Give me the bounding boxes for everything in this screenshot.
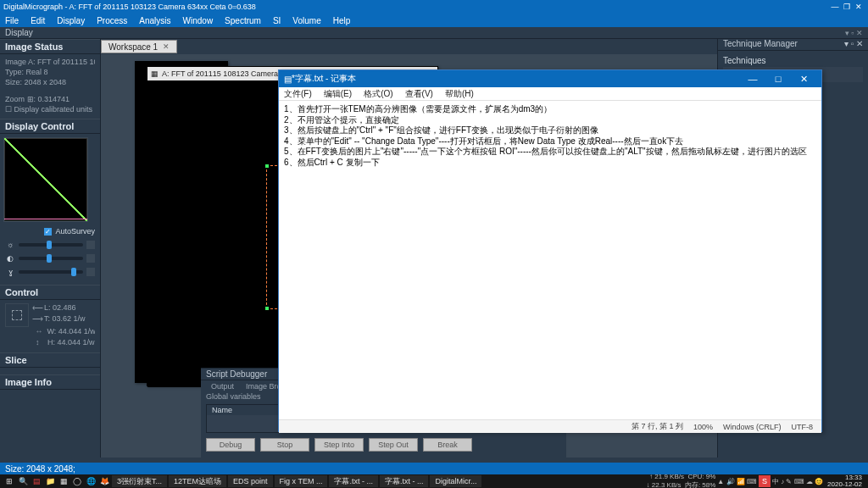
- notepad-statusbar: 第 7 行, 第 1 列 100% Windows (CRLF) UTF-8: [279, 419, 821, 433]
- main-menubar: File Edit Display Process Analysis Windo…: [0, 14, 868, 27]
- dim-top: ⟶T: 03.62 1/w: [32, 314, 95, 323]
- notepad-text-area[interactable]: 1、首先打开一张TEM的高分辨图像（需要是源文件，扩展名为dm3的） 2、不用管…: [279, 101, 821, 419]
- taskbar-item[interactable]: DigitalMicr...: [430, 475, 481, 487]
- notepad-encoding: UTF-8: [792, 423, 814, 431]
- window-restore-button[interactable]: ❐: [841, 3, 853, 11]
- notepad-menu-edit[interactable]: 编辑(E): [324, 88, 352, 100]
- roi-box-icon[interactable]: [5, 303, 29, 327]
- notepad-menu-help[interactable]: 帮助(H): [445, 88, 474, 100]
- notepad-line: 2、不用管这个提示，直接确定: [284, 115, 816, 126]
- display-control-header[interactable]: Display Control: [0, 119, 100, 134]
- control-header[interactable]: Control: [0, 285, 100, 300]
- control-body: ⟵L: 02.486 ⟶T: 03.62 1/w ↔W: 44.044 1/w …: [0, 300, 100, 352]
- dim-width: ↔W: 44.044 1/w: [5, 327, 95, 336]
- menu-window[interactable]: Window: [183, 16, 214, 25]
- techniques-label: Techniques: [723, 54, 863, 67]
- app-title: DigitalMicrograph - A: FFT of 201115 103…: [3, 3, 256, 11]
- calibrated-checkbox[interactable]: ☐ Display calibrated units: [5, 105, 95, 114]
- task-view-icon[interactable]: ▤: [31, 475, 42, 487]
- dim-height: ↕H: 44.044 1/w: [5, 338, 95, 347]
- notepad-menu-format[interactable]: 格式(O): [364, 88, 392, 100]
- menu-volume[interactable]: Volume: [292, 16, 320, 25]
- window-close-button[interactable]: ✕: [853, 3, 865, 11]
- taskbar-item[interactable]: EDS point: [228, 475, 273, 487]
- menu-file[interactable]: File: [5, 16, 19, 25]
- doc-icon: ▦: [151, 69, 159, 78]
- gamma-icon: ɣ: [5, 268, 15, 276]
- notepad-min-button[interactable]: —: [740, 74, 765, 84]
- status-line: Size: 2048 x 2048: [5, 78, 95, 86]
- technique-manager-header[interactable]: Technique Manager▾ ▫ ✕: [718, 39, 868, 51]
- taskbar-item[interactable]: Fig x TEM ...: [275, 475, 328, 487]
- stop-button[interactable]: Stop: [260, 438, 309, 452]
- edge-icon[interactable]: 🌐: [85, 475, 97, 487]
- start-button[interactable]: ⊞: [3, 475, 15, 487]
- notepad-line: 1、首先打开一张TEM的高分辨图像（需要是源文件，扩展名为dm3的）: [284, 104, 816, 115]
- workspace-tabstrip: Workspace 1 ✕: [101, 39, 717, 54]
- menu-analysis[interactable]: Analysis: [139, 16, 170, 25]
- image-status-header[interactable]: Image Status: [0, 39, 100, 54]
- menu-help[interactable]: Help: [333, 16, 351, 25]
- brightness-slider[interactable]: ☼: [5, 241, 95, 249]
- script-tab-output[interactable]: Output: [206, 382, 239, 391]
- contrast-slider[interactable]: ◐: [5, 254, 95, 263]
- netspeed-tray: ↑ 21.9 KB/s CPU: 9% ↓ 22.3 KB/s 内存: 58%: [647, 473, 716, 488]
- windows-taskbar: ⊞ 🔍 ▤ 📁 ▦ ◯ 🌐 🦊 3强衍射束T... 12TEM达暗场 EDS p…: [0, 474, 868, 488]
- notepad-menubar: 文件(F) 编辑(E) 格式(O) 查看(V) 帮助(H): [279, 87, 821, 101]
- sliders-group: ☼ ◐ ɣ: [0, 237, 100, 285]
- notepad-menu-view[interactable]: 查看(V): [405, 88, 433, 100]
- status-line: Type: Real 8: [5, 68, 95, 76]
- notepad-line: 5、在FFT变换后的图片上"右键"-----"点一下这个方框按钮 ROI"---…: [284, 147, 816, 158]
- contrast-icon: ◐: [5, 254, 15, 263]
- taskbar-item[interactable]: 字幕.txt - ...: [329, 475, 378, 487]
- notepad-max-button[interactable]: □: [765, 74, 791, 84]
- ime-indicator[interactable]: 中 ♪ ✎ ⌨ ☁ 😊: [772, 477, 823, 486]
- notepad-menu-file[interactable]: 文件(F): [284, 88, 312, 100]
- taskbar-clock[interactable]: 13:33 2020-12-02: [825, 474, 865, 488]
- menu-edit[interactable]: Edit: [31, 16, 45, 25]
- search-icon[interactable]: 🔍: [17, 475, 29, 487]
- app-icon[interactable]: ◯: [71, 475, 83, 487]
- image-status-body: Image A: FFT of 201115 108123 Type: Real…: [0, 54, 100, 119]
- menu-spectrum[interactable]: Spectrum: [225, 16, 261, 25]
- window-min-button[interactable]: —: [829, 3, 841, 11]
- display-label: Display: [5, 28, 33, 37]
- zoom-line: Zoom ⊞: 0.314741: [5, 95, 95, 103]
- menu-process[interactable]: Process: [97, 16, 127, 25]
- notepad-window[interactable]: ▤ *字幕.txt - 记事本 — □ ✕ 文件(F) 编辑(E) 格式(O) …: [278, 69, 822, 432]
- sun-icon: ☼: [5, 241, 15, 249]
- debug-button[interactable]: Debug: [206, 438, 255, 452]
- workspace-tab[interactable]: Workspace 1 ✕: [101, 40, 177, 53]
- notepad-zoom: 100%: [693, 423, 713, 431]
- close-tab-icon[interactable]: ✕: [163, 42, 170, 51]
- tone-curve[interactable]: [3, 137, 88, 222]
- slice-header[interactable]: Slice: [0, 352, 100, 368]
- explorer-icon[interactable]: 📁: [44, 475, 56, 487]
- status-line: Image A: FFT of 201115 108123: [5, 58, 95, 66]
- taskbar-item[interactable]: 3强衍射束T...: [112, 475, 167, 487]
- notepad-line: 3、然后按键盘上的"Ctrl" + "F"组合按键，进行FFT变换，出现类似于电…: [284, 125, 816, 136]
- subbar-controls[interactable]: ▾ ▫ ✕: [845, 29, 863, 37]
- app-statusbar: Size: 2048 x 2048;: [0, 463, 868, 474]
- image-info-header[interactable]: Image Info: [0, 374, 100, 390]
- gamma-slider[interactable]: ɣ: [5, 268, 95, 276]
- menu-display[interactable]: Display: [57, 16, 85, 25]
- left-panel: Image Status Image A: FFT of 201115 1081…: [0, 39, 100, 458]
- step-into-button[interactable]: Step Into: [314, 438, 364, 452]
- autosurvey-checkbox[interactable]: ✓ AutoSurvey: [0, 225, 100, 237]
- notepad-line: 4、菜单中的"Edit" -- "Change Data Type"----打开…: [284, 136, 816, 147]
- taskbar-item[interactable]: 12TEM达暗场: [169, 475, 226, 487]
- notepad-eol: Windows (CRLF): [723, 423, 782, 431]
- taskbar-item[interactable]: 字幕.txt - ...: [380, 475, 429, 487]
- app-icon[interactable]: ▦: [58, 475, 70, 487]
- break-button[interactable]: Break: [423, 438, 472, 452]
- tray-icons[interactable]: ▲ 🔊 📶 ⌨: [717, 478, 757, 485]
- step-out-button[interactable]: Step Out: [369, 438, 418, 452]
- menu-si[interactable]: SI: [273, 16, 281, 25]
- firefox-icon[interactable]: 🦊: [98, 475, 110, 487]
- app-titlebar: DigitalMicrograph - A: FFT of 201115 103…: [0, 0, 868, 14]
- notepad-titlebar[interactable]: ▤ *字幕.txt - 记事本 — □ ✕: [279, 70, 821, 87]
- notepad-caret-pos: 第 7 行, 第 1 列: [632, 421, 683, 432]
- ime-icon[interactable]: S: [759, 475, 771, 487]
- notepad-close-button[interactable]: ✕: [791, 74, 816, 85]
